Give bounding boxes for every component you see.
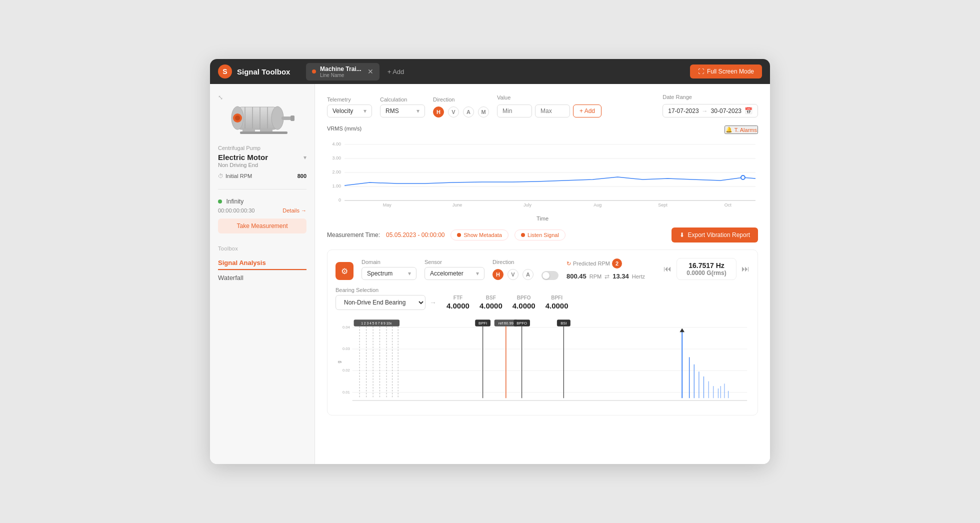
sig-dir-h-button[interactable]: H (492, 269, 504, 280)
value-field: Value + Add (497, 94, 602, 118)
telemetry-controls-row: Telemetry Velocity ▾ Calculation RMS ▾ D… (327, 94, 758, 118)
active-tab[interactable]: Machine Trai... Line Name ✕ (306, 63, 380, 80)
signal-direction-buttons: H V A (492, 269, 534, 280)
svg-text:June: June (452, 202, 462, 208)
svg-text:1 2 3 4 5 6 7 8 9 10x: 1 2 3 4 5 6 7 8 9 10x (361, 322, 392, 325)
svg-marker-75 (680, 328, 684, 332)
svg-text:3.00: 3.00 (332, 156, 342, 160)
rpm-row: ⏱ Initial RPM 800 (218, 173, 306, 179)
chart-header: VRMS (mm/s) 🔔 T. Alarms (327, 126, 758, 134)
svg-text:ref:60.99: ref:60.99 (498, 321, 514, 326)
export-vibration-button[interactable]: ⬇ Export Vibration Report (672, 228, 758, 242)
logo-area: S Signal Toolbox (218, 64, 298, 78)
t-alarms-button[interactable]: 🔔 T. Alarms (724, 126, 758, 134)
calendar-icon[interactable]: 📅 (744, 107, 752, 114)
next-arrow[interactable]: ⏭ (742, 264, 750, 274)
value-inputs: + Add (497, 104, 602, 118)
svg-text:Aug: Aug (594, 202, 602, 208)
bpfi-value: 4.0000 (546, 302, 568, 310)
motor-illustration (222, 97, 302, 137)
bearing-select[interactable]: Non-Drive End Bearing (336, 295, 426, 310)
calculation-select[interactable]: RMS ▾ (380, 104, 425, 118)
svg-rect-9 (290, 116, 294, 121)
svg-text:0.04: 0.04 (342, 325, 350, 330)
bearing-label: Bearing Selection (336, 287, 436, 293)
svg-text:May: May (383, 202, 392, 208)
download-icon: ⬇ (680, 232, 684, 238)
domain-select[interactable]: Spectrum ▾ (362, 267, 416, 280)
hz-value: 16.7517 Hz (688, 262, 724, 270)
gear-button[interactable]: ⚙ (336, 262, 354, 280)
sync-icon[interactable]: ⇄ (604, 273, 610, 280)
tab-add-button[interactable]: + Add (388, 68, 404, 76)
app-title: Signal Toolbox (237, 68, 290, 76)
rpm-value: 800 (298, 173, 306, 179)
prev-arrow[interactable]: ⏮ (664, 264, 672, 274)
rpm-label: ⏱ Initial RPM (218, 173, 252, 179)
svg-text:2.00: 2.00 (332, 170, 342, 174)
value-label: Value (497, 94, 602, 100)
machine-type-label: Centrifugal Pump (218, 145, 306, 151)
date-arrow-icon: → (702, 108, 708, 114)
add-value-button[interactable]: + Add (573, 104, 602, 118)
svg-text:BPFI: BPFI (478, 321, 487, 326)
sidebar-item-waterfall[interactable]: Waterfall (218, 270, 306, 285)
top-bar: S Signal Toolbox Machine Trai... Line Na… (210, 59, 770, 84)
sensor-select[interactable]: Accelometer ▾ (424, 267, 484, 280)
take-measurement-button[interactable]: Take Measurement (218, 218, 306, 234)
chevron-down-icon[interactable]: ▾ (304, 154, 306, 161)
spectrum-svg: g 0.04 0.03 0.02 0.01 (336, 317, 750, 407)
expand-icon[interactable]: ⤡ (218, 94, 223, 101)
logo-icon: S (218, 64, 232, 78)
min-input[interactable] (497, 104, 532, 118)
domain-label: Domain (362, 259, 416, 265)
machine-subname: Non Driving End (218, 162, 306, 168)
calc-chevron: ▾ (416, 108, 420, 114)
status-dot (218, 200, 222, 204)
listen-signal-label: Listen Signal (528, 232, 559, 238)
telemetry-field: Telemetry Velocity ▾ (327, 96, 372, 118)
max-input[interactable] (535, 104, 570, 118)
bpfi-label: BPFI (551, 295, 562, 300)
sig-dir-v-button[interactable]: V (508, 269, 518, 280)
infinity-section: Infinity 00:00:00:00:30 Details → (210, 194, 314, 218)
svg-text:1.00: 1.00 (332, 184, 342, 188)
measurement-time: 05.05.2023 - 00:00:00 (386, 232, 444, 238)
telemetry-select[interactable]: Velocity ▾ (327, 104, 372, 118)
toolbox-section: Toolbox Signal Analysis Waterfall (210, 242, 314, 285)
g-value: 0.0000 G(rms) (686, 270, 726, 276)
machine-name-row: Electric Motor ▾ (218, 153, 306, 162)
content-area: Telemetry Velocity ▾ Calculation RMS ▾ D… (315, 84, 770, 464)
dir-m-button[interactable]: M (478, 106, 489, 118)
date-to: 30-07-2023 (711, 108, 742, 114)
tab-add-label: + Add (388, 68, 404, 76)
bearing-select-wrap: Non-Drive End Bearing → (336, 295, 436, 310)
svg-text:0: 0 (338, 198, 341, 202)
sidebar-item-signal-analysis[interactable]: Signal Analysis (218, 256, 306, 270)
sig-dir-a-button[interactable]: A (522, 269, 534, 280)
predicted-rpm-text: Predicted RPM (573, 260, 610, 266)
clock-icon: ⏱ (218, 173, 224, 179)
telemetry-value: Velocity (332, 108, 353, 114)
machine-info: Centrifugal Pump Electric Motor ▾ Non Dr… (210, 145, 314, 185)
details-link[interactable]: Details → (282, 208, 306, 214)
stat-data-toggle[interactable] (542, 271, 558, 280)
domain-value: Spectrum (367, 270, 392, 277)
prev-next-nav: ⏮ 16.7517 Hz 0.0000 G(rms) ⏭ (664, 258, 750, 280)
tab-close-icon[interactable]: ✕ (368, 68, 374, 76)
export-label: Export Vibration Report (688, 232, 750, 238)
domain-chevron: ▾ (408, 270, 411, 277)
dir-h-button[interactable]: H (433, 106, 444, 118)
bpfo-label: BPFO (517, 295, 531, 300)
dir-v-button[interactable]: V (448, 106, 459, 118)
dir-a-button[interactable]: A (463, 106, 474, 118)
measurement-label: Measurement Time: (327, 232, 380, 238)
hertz-unit: Hertz (632, 274, 645, 280)
domain-field: Domain Spectrum ▾ (362, 259, 416, 280)
divider-1 (218, 189, 306, 190)
fullscreen-button[interactable]: ⛶ Full Screen Mode (690, 64, 762, 78)
machine-name: Electric Motor (218, 153, 268, 162)
show-metadata-button[interactable]: Show Metadata (450, 230, 508, 240)
date-range-input[interactable]: 17-07-2023 → 30-07-2023 📅 (662, 104, 758, 118)
listen-signal-button[interactable]: Listen Signal (514, 230, 566, 240)
